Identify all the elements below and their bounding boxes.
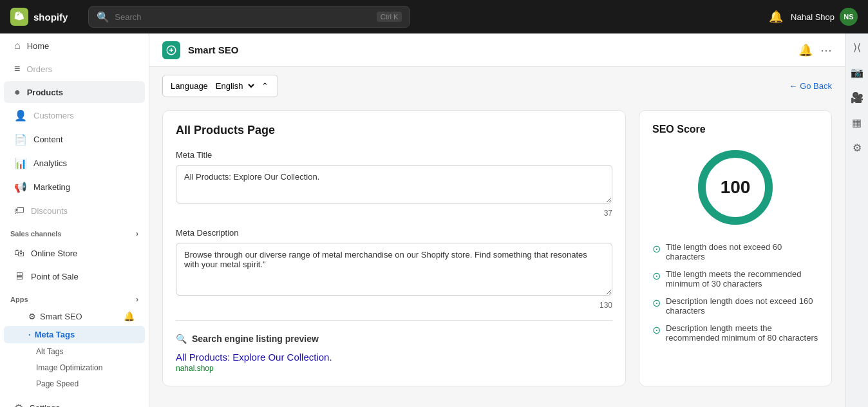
seo-check-1-label: Title length does not exceed 60 characte… [666, 242, 818, 261]
seo-check-2-label: Title length meets the recommended minim… [666, 269, 818, 289]
toolbar-settings-icon[interactable]: ⚙ [850, 139, 864, 156]
meta-title-label: Meta Title [176, 150, 612, 160]
image-optimization-label: Image Optimization [36, 363, 102, 372]
discounts-icon: 🏷 [14, 205, 24, 216]
page-title: All Products Page [176, 124, 612, 137]
seo-check-3: ⊙ Description length does not exceed 160… [652, 296, 818, 316]
sidebar-item-content[interactable]: 📄 Content [4, 128, 145, 151]
content-area: All Products Page Meta Title All Product… [149, 97, 845, 399]
meta-tags-label: Meta Tags [35, 330, 75, 339]
alt-tags-label: Alt Tags [36, 347, 63, 356]
point-of-sale-icon: 🖥 [14, 270, 24, 282]
online-store-icon: 🛍 [14, 247, 24, 259]
shopify-logo: shopify [10, 8, 68, 26]
go-back-link[interactable]: ← Go Back [789, 81, 832, 91]
language-label: Language [171, 81, 208, 91]
page-speed-label: Page Speed [36, 379, 79, 388]
sidebar-marketing-label: Marketing [33, 182, 70, 192]
smart-seo-bell-icon[interactable]: 🔔 [124, 311, 135, 321]
language-chevron-icon: ⌃ [261, 81, 269, 91]
score-circle-container: 100 [652, 146, 818, 229]
language-selector[interactable]: Language English French Spanish ⌃ [162, 75, 278, 97]
shopify-brand-name: shopify [33, 12, 68, 23]
meta-description-input[interactable]: Browse through our diverse range of meta… [176, 243, 612, 296]
main-card: All Products Page Meta Title All Product… [162, 110, 626, 386]
sidebar-item-orders[interactable]: ≡ Orders [4, 58, 145, 80]
meta-description-char-count: 130 [176, 301, 612, 310]
sidebar-item-discounts[interactable]: 🏷 Discounts [4, 200, 145, 222]
sidebar-item-online-store[interactable]: 🛍 Online Store [4, 242, 145, 264]
search-bar[interactable]: 🔍 Ctrl K [88, 6, 410, 28]
sidebar-home-label: Home [27, 41, 50, 51]
apps-chevron-icon[interactable]: › [136, 295, 138, 304]
seo-check-4-label: Description length meets the recommended… [666, 323, 818, 343]
smart-seo-app-icon [162, 41, 180, 59]
meta-description-group: Meta Description Browse through our dive… [176, 228, 612, 310]
search-shortcut: Ctrl K [377, 12, 402, 22]
preview-section-label: Search engine listing preview [192, 334, 319, 344]
sales-channels-chevron-icon[interactable]: › [136, 229, 138, 238]
sidebar-orders-label: Orders [26, 64, 52, 74]
sidebar-item-image-optimization[interactable]: Image Optimization [4, 360, 145, 375]
sidebar-item-alt-tags[interactable]: Alt Tags [4, 344, 145, 359]
sidebar-item-page-speed[interactable]: Page Speed [4, 376, 145, 392]
products-icon: ● [14, 86, 21, 98]
seo-score-card: SEO Score 100 ⊙ Title length do [639, 110, 832, 386]
notification-bell-icon[interactable]: 🔔 [769, 10, 783, 24]
preview-url: nahal.shop [176, 364, 612, 373]
toolbar-grid-icon[interactable]: ▦ [849, 114, 864, 131]
meta-title-char-count: 37 [176, 209, 612, 218]
sidebar-item-analytics[interactable]: 📊 Analytics [4, 152, 145, 175]
main-content: Smart SEO 🔔 ⋯ Language English French Sp… [149, 33, 845, 407]
sidebar-discounts-label: Discounts [31, 206, 68, 216]
search-input[interactable] [115, 12, 372, 22]
meta-title-input[interactable]: All Products: Explore Our Collection. [176, 165, 612, 204]
sidebar-item-smart-seo[interactable]: ⚙ Smart SEO 🔔 [4, 307, 145, 325]
sidebar-online-store-label: Online Store [31, 249, 77, 258]
app-notification-icon[interactable]: 🔔 [798, 43, 813, 57]
sidebar-item-meta-tags[interactable]: · Meta Tags [4, 326, 145, 343]
sidebar-item-settings[interactable]: ⚙ Settings [4, 397, 145, 407]
sidebar-item-marketing[interactable]: 📢 Marketing [4, 176, 145, 198]
sidebar-item-home[interactable]: ⌂ Home [4, 35, 145, 57]
toolbar-video-icon[interactable]: 🎥 [848, 89, 866, 106]
analytics-icon: 📊 [14, 157, 27, 169]
apps-label: Apps [10, 296, 28, 303]
customers-icon: 👤 [14, 109, 27, 122]
sidebar-item-point-of-sale[interactable]: 🖥 Point of Sale [4, 265, 145, 287]
language-dropdown[interactable]: English French Spanish [213, 80, 256, 91]
check-circle-icon-3: ⊙ [652, 297, 661, 309]
user-avatar[interactable]: NS [840, 8, 858, 26]
sales-channels-section: Sales channels › [0, 223, 149, 241]
app-more-options-icon[interactable]: ⋯ [820, 43, 832, 57]
toolbar-expand-icon[interactable]: ⟩⟨ [851, 39, 863, 56]
preview-section-title: 🔍 Search engine listing preview [176, 334, 612, 344]
seo-check-3-label: Description length does not exceed 160 c… [666, 296, 818, 316]
meta-title-group: Meta Title All Products: Explore Our Col… [176, 150, 612, 218]
top-bar-row: Language English French Spanish ⌃ ← Go B… [149, 67, 845, 97]
app-header-actions: 🔔 ⋯ [798, 43, 832, 57]
sidebar-item-products[interactable]: ● Products [4, 81, 145, 103]
search-icon: 🔍 [97, 11, 109, 23]
user-area: Nahal Shop NS [791, 8, 858, 26]
app-header: Smart SEO 🔔 ⋯ [149, 33, 845, 67]
sidebar-content-label: Content [33, 135, 63, 144]
sidebar: ⌂ Home ≡ Orders ● Products 👤 Customers 📄… [0, 33, 149, 407]
home-icon: ⌂ [14, 40, 21, 52]
seo-score-number: 100 [721, 177, 751, 198]
check-circle-icon-4: ⊙ [652, 324, 661, 336]
smart-seo-icon: ⚙ [28, 312, 36, 321]
seo-check-1: ⊙ Title length does not exceed 60 charac… [652, 242, 818, 261]
seo-check-4: ⊙ Description length meets the recommend… [652, 323, 818, 343]
apps-section: Apps › [0, 289, 149, 307]
meta-description-label: Meta Description [176, 228, 612, 238]
sidebar-customers-label: Customers [33, 111, 74, 120]
meta-tags-icon: · [28, 330, 31, 339]
toolbar-camera-icon[interactable]: 📷 [848, 64, 866, 81]
search-icon: 🔍 [176, 334, 187, 344]
shopify-logo-icon [10, 8, 28, 26]
preview-page-title: All Products: Explore Our Collection. [176, 352, 612, 363]
layout: ⌂ Home ≡ Orders ● Products 👤 Customers 📄… [0, 33, 868, 407]
sidebar-item-customers[interactable]: 👤 Customers [4, 104, 145, 127]
search-preview-section: 🔍 Search engine listing preview All Prod… [176, 320, 612, 373]
